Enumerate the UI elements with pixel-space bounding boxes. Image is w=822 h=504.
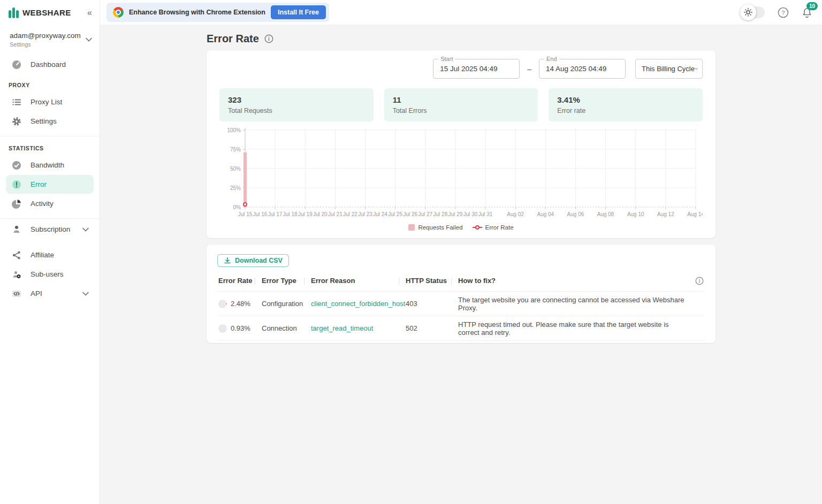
sidebar-collapse-button[interactable]: « — [87, 9, 92, 17]
chevron-down-icon — [86, 37, 92, 42]
svg-text:Jul 16: Jul 16 — [253, 211, 268, 217]
divider — [0, 218, 100, 219]
sidebar-item-settings[interactable]: Settings — [6, 112, 94, 131]
section-label-statistics: STATISTICS — [0, 138, 100, 156]
notifications-button[interactable]: 10 — [802, 7, 812, 18]
svg-text:Jul 29: Jul 29 — [448, 211, 463, 217]
error-type: Connection — [262, 324, 311, 332]
end-date-input[interactable]: End 14 Aug 2025 04:49 — [539, 59, 626, 79]
svg-text:?: ? — [781, 9, 785, 16]
svg-text:Jul 19: Jul 19 — [298, 211, 313, 217]
sidebar-item-bandwidth[interactable]: Bandwidth — [6, 156, 94, 174]
install-extension-button[interactable]: Install It Free — [271, 5, 326, 19]
page-title: Error Rate — [207, 33, 259, 45]
app-root: WEBSHARE « adam@proxyway.com Settings Da… — [0, 0, 822, 504]
legend-error-rate: Error Rate — [473, 224, 514, 231]
sidebar-item-proxy-list[interactable]: Proxy List — [6, 93, 94, 111]
svg-text:Jul 22: Jul 22 — [343, 211, 357, 217]
sidebar-item-error[interactable]: Error — [6, 175, 94, 194]
error-icon — [12, 180, 21, 189]
error-reason-link[interactable]: client_connect_forbidden_host — [311, 300, 406, 308]
sidebar-item-affiliate[interactable]: Affiliate — [6, 246, 94, 264]
bandwidth-icon — [12, 161, 21, 170]
svg-text:100%: 100% — [227, 127, 241, 133]
table-header: Error Rate Error Type Error Reason HTTP … — [217, 270, 705, 292]
download-icon — [224, 257, 231, 264]
chrome-extension-banner: Enhance Browsing with Chrome Extension I… — [106, 3, 329, 22]
how-to-fix-text: HTTP request timed out. Please make sure… — [458, 320, 690, 337]
code-icon — [12, 289, 21, 299]
billing-cycle-select[interactable]: This Billing Cycle — [635, 59, 703, 79]
webshare-logo-icon — [9, 7, 19, 18]
svg-text:Jul 21: Jul 21 — [328, 211, 342, 217]
stat-total-requests: 323 Total Requests — [219, 88, 374, 121]
bar-swatch-icon — [408, 224, 415, 231]
svg-text:Jul 25: Jul 25 — [388, 211, 402, 217]
sidebar: WEBSHARE « adam@proxyway.com Settings Da… — [0, 0, 100, 504]
svg-text:Jul 31: Jul 31 — [478, 211, 493, 217]
sub-users-icon — [12, 270, 21, 279]
http-status: 403 — [406, 300, 458, 308]
info-icon[interactable] — [264, 34, 273, 43]
legend-requests-failed: Requests Failed — [408, 224, 462, 231]
account-email: adam@proxyway.com — [10, 32, 86, 40]
dashboard-icon — [12, 60, 21, 70]
help-button[interactable]: ? — [778, 7, 789, 18]
account-menu[interactable]: adam@proxyway.com Settings — [0, 25, 100, 53]
col-how-to-fix: How to fix? — [458, 277, 690, 285]
error-rate-value: 0.93% — [231, 324, 250, 332]
svg-text:75%: 75% — [230, 147, 241, 152]
sidebar-item-sub-users[interactable]: Sub-users — [6, 265, 94, 284]
sidebar-nav: Dashboard PROXY Proxy List Settings STAT… — [0, 53, 100, 303]
chevron-down-icon — [82, 292, 89, 296]
account-settings-label: Settings — [10, 41, 86, 48]
start-date-input[interactable]: Start 15 Jul 2025 04:49 — [433, 59, 520, 79]
download-csv-button[interactable]: Download CSV — [217, 254, 289, 267]
svg-text:50%: 50% — [230, 166, 241, 172]
error-share-pie-icon — [218, 300, 227, 308]
chrome-icon — [113, 7, 124, 18]
sidebar-item-activity[interactable]: Activity — [6, 194, 94, 213]
error-table-card: Download CSV Error Rate Error Type Error… — [207, 245, 716, 343]
logo-row: WEBSHARE « — [0, 0, 100, 25]
table-row: 2.48% Configuration client_connect_forbi… — [217, 292, 705, 316]
svg-text:Jul 28: Jul 28 — [433, 211, 448, 217]
col-http-status: HTTP Status — [406, 277, 458, 285]
activity-pie-icon — [12, 199, 21, 209]
sun-icon — [744, 8, 752, 17]
caret-down-icon — [695, 67, 698, 71]
chart-legend: Requests Failed Error Rate — [219, 224, 703, 231]
svg-text:Jul 23: Jul 23 — [358, 211, 372, 217]
error-reason-link[interactable]: target_read_timeout — [311, 324, 406, 332]
brand-name: WEBSHARE — [22, 8, 87, 17]
proxy-list-icon — [12, 97, 21, 107]
info-icon[interactable] — [695, 277, 704, 285]
svg-text:Jul 26: Jul 26 — [403, 211, 417, 217]
how-to-fix-text: The target website you are connecting ca… — [458, 296, 690, 312]
svg-text:Aug 14: Aug 14 — [687, 211, 703, 217]
sidebar-item-subscription[interactable]: Subscription — [6, 220, 94, 239]
end-date-value: 14 Aug 2025 04:49 — [546, 65, 606, 73]
chevron-down-icon — [82, 227, 89, 232]
svg-text:25%: 25% — [230, 185, 241, 191]
http-status: 502 — [406, 324, 458, 332]
error-rate-chart: 0%25%50%75%100%Jul 15Jul 16Jul 17Jul 18J… — [219, 127, 703, 223]
date-range-separator: – — [527, 65, 531, 73]
start-date-value: 15 Jul 2025 04:49 — [440, 65, 497, 73]
content: Error Rate Start 15 Jul 2025 04:49 – End… — [100, 25, 822, 504]
line-marker-icon — [473, 225, 482, 230]
sidebar-item-api[interactable]: API — [6, 284, 94, 303]
svg-text:Aug 08: Aug 08 — [597, 211, 614, 217]
topbar: Enhance Browsing with Chrome Extension I… — [100, 0, 822, 25]
section-label-proxy: PROXY — [0, 74, 100, 93]
sidebar-item-dashboard[interactable]: Dashboard — [6, 55, 94, 74]
col-error-reason: Error Reason — [311, 277, 406, 285]
banner-text: Enhance Browsing with Chrome Extension — [129, 9, 265, 16]
end-date-label: End — [544, 56, 559, 62]
theme-toggle[interactable] — [741, 6, 765, 18]
stat-error-rate: 3.41% Error rate — [549, 88, 703, 121]
svg-text:Jul 15: Jul 15 — [238, 211, 253, 217]
svg-text:Jul 27: Jul 27 — [418, 211, 432, 217]
person-icon — [12, 225, 21, 234]
gear-icon — [12, 117, 21, 126]
